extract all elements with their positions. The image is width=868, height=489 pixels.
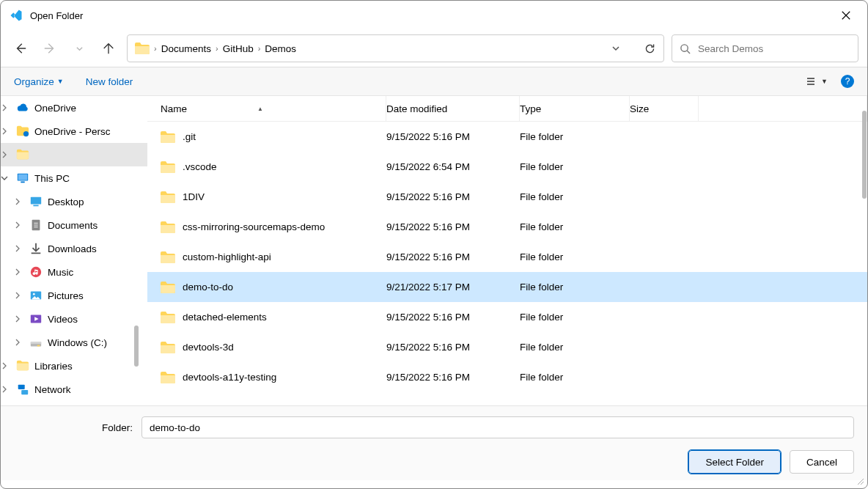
list-scrollbar-thumb[interactable] (862, 111, 867, 199)
breadcrumb[interactable]: Documents (161, 43, 211, 54)
view-options-button[interactable]: ▼ (805, 76, 828, 87)
chevron-right-icon[interactable]: › (258, 44, 261, 53)
address-dropdown-button[interactable] (611, 44, 620, 53)
tree-item[interactable]: Documents (1, 213, 147, 237)
window-title: Open Folder (30, 10, 834, 21)
doc-icon (29, 218, 43, 232)
tree-item[interactable]: Libraries (1, 354, 147, 378)
expander-icon[interactable] (1, 174, 15, 182)
list-row[interactable]: devtools-a11y-testing9/15/2022 5:16 PMFi… (147, 362, 867, 392)
expander-icon[interactable] (14, 268, 29, 276)
breadcrumb[interactable]: Demos (265, 43, 296, 54)
search-input[interactable] (698, 43, 850, 54)
file-type: File folder (520, 191, 630, 202)
file-name: custom-highlight-api (183, 251, 271, 262)
new-folder-button[interactable]: New folder (86, 76, 133, 87)
file-name: devtools-a11y-testing (183, 372, 276, 383)
folder-name-input[interactable] (141, 416, 854, 438)
tree-item[interactable]: Network (1, 378, 147, 401)
svg-point-1 (23, 131, 29, 136)
tree-item[interactable]: Music (1, 260, 147, 284)
tree-item[interactable]: Downloads (1, 237, 147, 260)
organize-button[interactable]: Organize ▼ (14, 76, 64, 87)
cloud-icon (15, 100, 30, 115)
expander-icon[interactable] (1, 104, 15, 111)
expander-icon[interactable] (1, 128, 15, 135)
organize-label: Organize (14, 76, 54, 87)
chevron-right-icon[interactable]: › (216, 44, 218, 53)
file-name: devtools-3d (183, 342, 234, 353)
help-button[interactable]: ? (841, 75, 854, 88)
tree-item-label: Libraries (34, 361, 73, 372)
expander-icon[interactable] (14, 221, 29, 229)
svg-point-0 (681, 44, 688, 51)
list-row[interactable]: .git9/15/2022 5:16 PMFile folder (147, 122, 867, 152)
svg-rect-3 (18, 174, 28, 180)
caret-down-icon: ▼ (821, 78, 828, 85)
cancel-button[interactable]: Cancel (790, 450, 854, 474)
folder-blue-icon (15, 124, 30, 139)
tree-item[interactable]: Desktop (1, 190, 147, 213)
file-date: 9/15/2022 5:16 PM (386, 221, 520, 232)
tree-item-label: OneDrive (34, 103, 76, 114)
search-box[interactable] (672, 34, 858, 62)
expander-icon[interactable] (14, 198, 29, 205)
file-type: File folder (520, 372, 630, 383)
chevron-right-icon[interactable]: › (154, 44, 157, 53)
list-row[interactable]: detached-elements9/15/2022 5:16 PMFile f… (147, 302, 867, 332)
tree-scrollbar-thumb[interactable] (134, 326, 139, 367)
file-type: File folder (520, 312, 630, 323)
file-name: detached-elements (183, 312, 267, 323)
expander-icon[interactable] (1, 151, 15, 158)
list-row[interactable]: devtools-3d9/15/2022 5:16 PMFile folder (147, 332, 867, 362)
recent-dropdown[interactable] (68, 37, 90, 59)
folder-icon (161, 251, 175, 263)
file-date: 9/15/2022 5:16 PM (386, 251, 520, 262)
tree-item-label: Videos (48, 314, 78, 325)
column-size[interactable]: Size (630, 96, 699, 121)
list-row[interactable]: .vscode9/15/2022 6:54 PMFile folder (147, 152, 867, 182)
address-bar[interactable]: › Documents › GitHub › Demos (127, 34, 664, 62)
column-name[interactable]: Name ▲ (147, 96, 386, 121)
refresh-button[interactable] (644, 43, 656, 55)
expander-icon[interactable] (14, 315, 29, 323)
folder-icon (161, 312, 175, 323)
tree-item[interactable]: Windows (C:) (1, 331, 147, 354)
tree-item[interactable]: OneDrive - Persc (1, 120, 147, 143)
close-button[interactable] (834, 6, 858, 25)
expander-icon[interactable] (14, 245, 29, 252)
tree-item-label: Pictures (48, 290, 84, 301)
tree-item[interactable]: This PC (1, 166, 147, 190)
tree-item[interactable]: Videos (1, 307, 147, 331)
up-button[interactable] (98, 37, 119, 59)
videos-icon (29, 312, 43, 326)
expander-icon[interactable] (14, 292, 29, 299)
expander-icon[interactable] (1, 386, 15, 393)
expander-icon[interactable] (14, 339, 29, 346)
list-row[interactable]: css-mirroring-sourcemaps-demo9/15/2022 5… (147, 212, 867, 242)
list-row[interactable]: demo-to-do9/21/2022 5:17 PMFile folder (147, 272, 867, 302)
pc-icon (15, 171, 30, 185)
folder-icon (15, 359, 30, 373)
resize-grip[interactable] (856, 477, 864, 485)
list-row[interactable]: custom-highlight-api9/15/2022 5:16 PMFil… (147, 242, 867, 272)
tree-item-label: Music (48, 267, 73, 278)
expander-icon[interactable] (1, 362, 15, 369)
file-date: 9/15/2022 5:16 PM (386, 312, 520, 323)
breadcrumb[interactable]: GitHub (223, 43, 254, 54)
column-headers: Name ▲ Date modified Type Size (147, 96, 867, 122)
drive-icon (29, 335, 43, 350)
forward-button[interactable] (39, 37, 61, 59)
column-date[interactable]: Date modified (386, 96, 520, 121)
svg-point-8 (31, 267, 41, 277)
tree-item[interactable]: Pictures (1, 284, 147, 307)
select-folder-button[interactable]: Select Folder (688, 450, 781, 474)
column-type[interactable]: Type (520, 96, 630, 121)
tree-item[interactable] (1, 143, 147, 166)
tree-item[interactable]: OneDrive (1, 96, 147, 120)
list-row[interactable]: 1DIV9/15/2022 5:16 PMFile folder (147, 182, 867, 212)
back-button[interactable] (10, 37, 32, 59)
desktop-icon (29, 194, 43, 209)
file-type: File folder (520, 342, 630, 353)
search-icon (680, 43, 691, 54)
